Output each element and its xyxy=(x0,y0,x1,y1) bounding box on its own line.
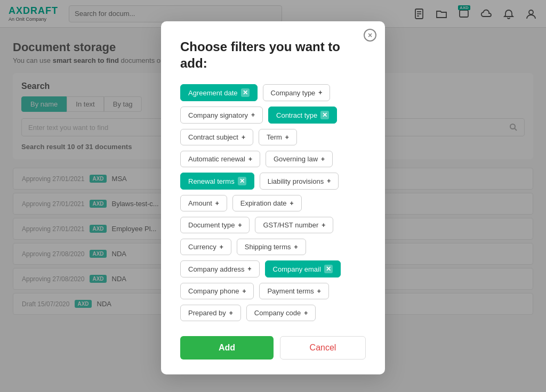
filter-label: Expiration date xyxy=(240,199,287,207)
filter-remove-icon: ✕ xyxy=(238,177,246,185)
filter-chip-document-type[interactable]: Document type + xyxy=(180,217,250,233)
filter-add-icon: + xyxy=(294,243,298,251)
filter-add-icon: + xyxy=(220,243,223,251)
filter-chip-contract-subject[interactable]: Contract subject + xyxy=(180,129,253,145)
filter-label: Company email xyxy=(273,265,321,273)
filter-add-icon: + xyxy=(248,265,252,273)
filter-chip-contract-type[interactable]: Contract type ✕ xyxy=(268,107,337,124)
filter-label: Company address xyxy=(188,265,245,273)
filter-add-icon: + xyxy=(318,89,322,96)
filter-add-icon: + xyxy=(327,177,331,185)
filter-chip-company-phone[interactable]: Company phone + xyxy=(180,283,254,299)
filter-chip-term[interactable]: Term + xyxy=(259,129,297,145)
filter-label: Company code xyxy=(254,309,301,317)
filter-label: Company phone xyxy=(188,287,239,295)
filter-label: Document type xyxy=(188,221,235,229)
filter-label: Payment terms xyxy=(267,287,314,295)
filter-label: GST/HST number xyxy=(263,221,318,229)
filter-chip-company-type[interactable]: Company type + xyxy=(263,84,331,101)
filter-chip-shipping-terms[interactable]: Shipping terms + xyxy=(237,239,306,255)
filter-add-icon: + xyxy=(304,309,308,317)
filter-chip-payment-terms[interactable]: Payment terms + xyxy=(259,283,328,299)
filter-add-icon: + xyxy=(251,111,255,119)
filter-add-icon: + xyxy=(322,222,325,229)
filter-label: Contract type xyxy=(276,111,317,119)
filter-label: Currency xyxy=(188,243,216,251)
filter-remove-icon: ✕ xyxy=(324,265,333,273)
filter-chip-company-code[interactable]: Company code + xyxy=(246,305,316,321)
filter-label: Liability provisions xyxy=(268,177,324,185)
filter-chip-governing-law[interactable]: Governing law + xyxy=(266,151,333,167)
filter-label: Shipping terms xyxy=(245,243,291,251)
filter-add-icon: + xyxy=(215,200,219,207)
add-button[interactable]: Add xyxy=(180,336,274,360)
filter-label: Company type xyxy=(271,89,316,97)
close-button[interactable]: × xyxy=(364,29,376,42)
cancel-button[interactable]: Cancel xyxy=(280,336,366,360)
filter-chip-prepared-by[interactable]: Prepared by + xyxy=(180,305,241,321)
filter-remove-icon: ✕ xyxy=(320,111,329,119)
filter-chip-gst-hst-number[interactable]: GST/HST number + xyxy=(255,217,333,233)
filter-label: Renewal terms xyxy=(188,177,235,185)
modal-actions: Add Cancel xyxy=(180,336,366,360)
filter-chip-agreement-date[interactable]: Agreement date ✕ xyxy=(180,84,258,101)
filter-label: Agreement date xyxy=(188,89,238,97)
filter-add-icon: + xyxy=(321,156,325,163)
filter-label: Company signatory xyxy=(188,111,248,119)
filter-chip-company-email[interactable]: Company email ✕ xyxy=(265,260,341,277)
filter-remove-icon: ✕ xyxy=(241,88,250,97)
filter-label: Contract subject xyxy=(188,133,238,141)
filter-add-icon: + xyxy=(290,200,294,207)
filter-chip-expiration-date[interactable]: Expiration date + xyxy=(232,195,302,211)
modal-title: Choose filters you want to add: xyxy=(180,38,366,71)
filters-grid: Agreement date ✕ Company type + Company … xyxy=(180,84,366,321)
filter-chip-liability-provisions[interactable]: Liability provisions + xyxy=(260,173,339,190)
filter-add-icon: + xyxy=(242,288,246,295)
filter-chip-automatic-renewal[interactable]: Automatic renewal + xyxy=(180,151,260,167)
filter-chip-company-address[interactable]: Company address + xyxy=(180,260,260,277)
filter-label: Prepared by xyxy=(188,309,226,317)
filter-chip-currency[interactable]: Currency + xyxy=(180,239,231,255)
filter-label: Term xyxy=(267,133,282,141)
filter-label: Governing law xyxy=(274,155,318,163)
modal-overlay: × Choose filters you want to add: Agreem… xyxy=(0,0,546,392)
filter-add-icon: + xyxy=(229,309,233,317)
filter-chip-amount[interactable]: Amount + xyxy=(180,195,227,211)
filter-label: Automatic renewal xyxy=(188,155,245,163)
filter-add-icon: + xyxy=(242,134,245,141)
filter-label: Amount xyxy=(188,199,212,207)
filter-chip-renewal-terms[interactable]: Renewal terms ✕ xyxy=(180,173,254,190)
filter-add-icon: + xyxy=(285,134,289,141)
filter-add-icon: + xyxy=(317,288,321,295)
filter-modal: × Choose filters you want to add: Agreem… xyxy=(161,21,385,374)
filter-chip-company-signatory[interactable]: Company signatory + xyxy=(180,107,263,124)
filter-add-icon: + xyxy=(248,156,252,163)
filter-add-icon: + xyxy=(238,222,242,229)
